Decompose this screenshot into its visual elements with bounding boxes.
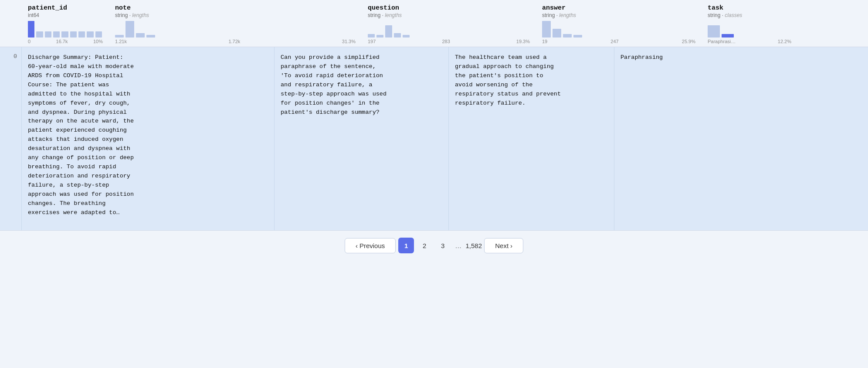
hist-bar bbox=[61, 31, 68, 37]
hist-range-start: 197 bbox=[368, 39, 376, 44]
hist-bar bbox=[394, 33, 401, 37]
hist-range-end: 247 bbox=[610, 39, 618, 44]
hist-bar bbox=[708, 25, 720, 37]
cell-note: Discharge Summary: Patient: 60-year-old … bbox=[22, 47, 275, 230]
column-name-note: note bbox=[115, 4, 356, 12]
page-number-2[interactable]: 2 bbox=[417, 238, 432, 253]
page-number-last[interactable]: 1,582 bbox=[466, 238, 481, 253]
column-name-answer: answer bbox=[542, 4, 695, 12]
hist-bars-answer bbox=[542, 20, 695, 37]
hist-bar bbox=[376, 35, 383, 37]
hist-bars-note bbox=[115, 20, 356, 37]
hist-range-end: 16.7k bbox=[56, 39, 68, 44]
column-type-question: string · lengths bbox=[368, 12, 530, 18]
hist-labels-task: Paraphrasi… 12.2% bbox=[708, 39, 791, 44]
histogram-task: Paraphrasi… 12.2% bbox=[708, 20, 791, 44]
hist-labels-question: 197 283 19.3% bbox=[368, 39, 530, 44]
hist-bar bbox=[70, 31, 77, 37]
hist-bars-task bbox=[708, 20, 791, 37]
hist-bar bbox=[553, 29, 561, 37]
hist-range-end: 1.72k bbox=[228, 39, 240, 44]
cell-task: Paraphrasing bbox=[614, 47, 710, 230]
table-data-row: 0 Discharge Summary: Patient: 60-year-ol… bbox=[0, 47, 868, 230]
chevron-left-icon: ‹ bbox=[356, 242, 358, 249]
data-table: patient_id int64 0 16.7k 10% bbox=[0, 0, 868, 260]
hist-range-start: 19 bbox=[542, 39, 547, 44]
column-type-note: string · lengths bbox=[115, 12, 356, 18]
hist-bar bbox=[542, 21, 551, 37]
column-header-patient_id: patient_id int64 0 16.7k 10% bbox=[22, 0, 109, 47]
hist-bar bbox=[368, 34, 375, 37]
histogram-patient_id: 0 16.7k 10% bbox=[28, 20, 103, 44]
cell-question: Can you provide a simplified paraphrase … bbox=[275, 47, 449, 230]
hist-bar bbox=[385, 25, 392, 37]
hist-bar bbox=[53, 31, 60, 37]
hist-bar bbox=[403, 35, 410, 37]
hist-bar bbox=[28, 21, 34, 37]
hist-pct: 12.2% bbox=[778, 39, 791, 44]
histogram-note: 1.21k 1.72k 31.3% bbox=[115, 20, 356, 44]
column-name-task: task bbox=[708, 4, 791, 12]
hist-bar bbox=[87, 31, 93, 37]
column-header-question: question string · lengths 197 283 19.3% bbox=[362, 0, 536, 47]
chevron-right-icon: › bbox=[510, 242, 512, 249]
column-name-question: question bbox=[368, 4, 530, 12]
hist-pct: 10% bbox=[93, 39, 103, 44]
hist-bar bbox=[136, 33, 145, 37]
hist-range-start: 0 bbox=[28, 39, 31, 44]
hist-bar bbox=[563, 34, 572, 37]
hist-bar bbox=[78, 31, 85, 37]
page-number-1[interactable]: 1 bbox=[398, 238, 414, 253]
histogram-question: 197 283 19.3% bbox=[368, 20, 530, 44]
column-type-task: string · classes bbox=[708, 12, 791, 18]
column-header-note: note string · lengths 1.21k 1.72k 31.3% bbox=[109, 0, 362, 47]
hist-range-start: 1.21k bbox=[115, 39, 127, 44]
hist-labels-patient_id: 0 16.7k 10% bbox=[28, 39, 103, 44]
hist-bar bbox=[45, 31, 51, 37]
hist-bar bbox=[125, 21, 134, 37]
cell-answer: The healthcare team used a gradual appro… bbox=[449, 47, 614, 230]
index-header-spacer bbox=[0, 0, 22, 47]
hist-bar bbox=[146, 35, 155, 37]
hist-range-end: 283 bbox=[442, 39, 450, 44]
hist-bars-patient_id bbox=[28, 20, 103, 37]
hist-bar bbox=[36, 31, 43, 37]
previous-button[interactable]: ‹ Previous bbox=[345, 238, 396, 253]
hist-bar bbox=[573, 35, 582, 37]
table-header: patient_id int64 0 16.7k 10% bbox=[0, 0, 868, 47]
hist-bar bbox=[722, 34, 734, 37]
row-index: 0 bbox=[0, 47, 22, 230]
column-type-answer: string · lengths bbox=[542, 12, 695, 18]
pagination: ‹ Previous 1 2 3 … 1,582 Next › bbox=[0, 230, 868, 260]
page-ellipsis: … bbox=[453, 242, 463, 249]
hist-labels-note: 1.21k 1.72k 31.3% bbox=[115, 39, 356, 44]
hist-pct: 19.3% bbox=[516, 39, 530, 44]
previous-label: Previous bbox=[359, 242, 385, 249]
next-label: Next bbox=[495, 242, 509, 249]
column-header-answer: answer string · lengths 19 247 25.9% bbox=[536, 0, 702, 47]
next-button[interactable]: Next › bbox=[484, 238, 523, 253]
hist-bar bbox=[115, 35, 124, 37]
column-header-task: task string · classes Paraphrasi… 12.2% bbox=[702, 0, 797, 47]
histogram-answer: 19 247 25.9% bbox=[542, 20, 695, 44]
hist-pct: 31.3% bbox=[342, 39, 356, 44]
hist-bars-question bbox=[368, 20, 530, 37]
column-type-patient_id: int64 bbox=[28, 12, 103, 18]
hist-labels-answer: 19 247 25.9% bbox=[542, 39, 695, 44]
hist-pct: 25.9% bbox=[682, 39, 695, 44]
page-number-3[interactable]: 3 bbox=[435, 238, 451, 253]
hist-bar bbox=[95, 31, 102, 37]
hist-range-start: Paraphrasi… bbox=[708, 39, 736, 44]
column-name-patient_id: patient_id bbox=[28, 4, 103, 12]
